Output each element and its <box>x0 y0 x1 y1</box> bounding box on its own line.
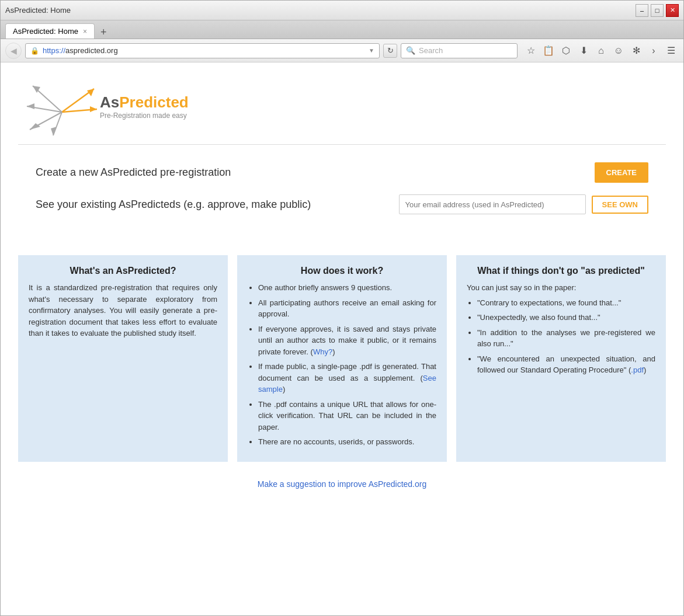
tab-label: AsPredicted: Home <box>13 27 78 36</box>
nav-bar: ◀ 🔒 https://aspredicted.org ▼ ↻ 🔍 Search… <box>1 39 683 62</box>
tab-close-icon[interactable]: × <box>83 27 87 36</box>
url-prefix: https:// <box>43 46 65 55</box>
info-box-whatif: What if things don't go "as predicted" Y… <box>456 255 666 462</box>
create-button[interactable]: CREATE <box>595 162 648 183</box>
back-button[interactable]: ◀ <box>5 43 22 59</box>
whatif-intro: You can just say so in the paper: <box>467 282 655 294</box>
how-item-5: The .pdf contains a unique URL that allo… <box>258 399 436 433</box>
tab-bar: AsPredicted: Home × + <box>1 20 683 39</box>
more-icon[interactable]: › <box>646 43 661 58</box>
email-row: SEE OWN <box>399 194 648 214</box>
how-item-4: If made public, a single-page .pdf is ge… <box>258 361 436 395</box>
active-tab[interactable]: AsPredicted: Home × <box>5 23 95 39</box>
bookmark-icon[interactable]: ☆ <box>523 43 539 58</box>
pdf-link[interactable]: .pdf <box>631 366 644 374</box>
download-icon[interactable]: ⬇ <box>576 43 591 58</box>
logo-arrows-svg <box>18 74 100 138</box>
whats-body: It is a standardized pre-registration th… <box>29 282 217 339</box>
url-domain: aspredicted.org <box>65 46 118 55</box>
svg-marker-3 <box>90 106 97 112</box>
see-own-label: See your existing AsPredicteds (e.g. app… <box>36 199 311 211</box>
create-label: Create a new AsPredicted pre-registratio… <box>36 166 231 179</box>
main-actions: Create a new AsPredicted pre-registratio… <box>1 145 683 243</box>
footer: Make a suggestion to improve AsPredicted… <box>1 468 683 500</box>
new-tab-button[interactable]: + <box>97 26 110 39</box>
tab-title-text: AsPredicted: Home <box>5 6 71 15</box>
whatif-body: You can just say so in the paper: "Contr… <box>467 282 655 376</box>
page-content: AsPredicted Pre-Registration made easy C… <box>1 62 683 615</box>
whatif-item-3: "In addition to the analyses we pre-regi… <box>477 327 655 350</box>
maximize-button[interactable]: □ <box>651 4 664 17</box>
site-header: AsPredicted Pre-Registration made easy <box>1 62 683 144</box>
url-dropdown-icon[interactable]: ▼ <box>369 47 374 54</box>
whatif-item-2: "Unexpectedly, we also found that..." <box>477 312 655 323</box>
reload-button[interactable]: ↻ <box>383 44 397 58</box>
how-item-2: All participating authors receive an ema… <box>258 297 436 320</box>
close-button[interactable]: ✕ <box>666 4 679 17</box>
how-item-3: If everyone approves, it is saved and st… <box>258 323 436 358</box>
logo-area: AsPredicted Pre-Registration made easy <box>18 74 666 138</box>
logo-name: AsPredicted <box>100 93 189 112</box>
clipboard-icon[interactable]: 📋 <box>541 43 556 58</box>
pocket-icon[interactable]: ⬡ <box>558 43 574 58</box>
logo-name-gray: As <box>100 93 119 111</box>
how-list: One author briefly answers 9 questions. … <box>248 282 436 448</box>
why-link[interactable]: Why? <box>313 347 332 356</box>
whats-title: What's an AsPredicted? <box>29 266 217 276</box>
logo-text-area: AsPredicted Pre-Registration made easy <box>100 93 189 120</box>
how-item-1: One author briefly answers 9 questions. <box>258 282 436 294</box>
info-box-how: How does it work? One author briefly ans… <box>237 255 447 462</box>
search-bar[interactable]: 🔍 Search <box>401 43 518 58</box>
logo-name-orange: Predicted <box>119 93 189 111</box>
how-body: One author briefly answers 9 questions. … <box>248 282 436 448</box>
search-placeholder: Search <box>419 46 443 55</box>
whats-text: It is a standardized pre-registration th… <box>29 283 217 337</box>
whatif-item-4: "We encountered an unexpected situation,… <box>477 353 655 376</box>
see-own-button[interactable]: SEE OWN <box>592 196 648 214</box>
emoji-icon[interactable]: ☺ <box>611 43 626 58</box>
menu-button[interactable]: ☰ <box>664 43 679 58</box>
svg-marker-7 <box>27 103 34 109</box>
home-icon[interactable]: ⌂ <box>593 43 609 58</box>
how-item-6: There are no accounts, userids, or passw… <box>258 436 436 448</box>
info-box-whats: What's an AsPredicted? It is a standardi… <box>18 255 228 462</box>
whatif-item-1: "Contrary to expectations, we found that… <box>477 297 655 309</box>
lock-icon: 🔒 <box>30 47 39 55</box>
browser-icons: ☆ 📋 ⬡ ⬇ ⌂ ☺ ✻ › ☰ <box>523 43 679 58</box>
whatif-list: "Contrary to expectations, we found that… <box>467 297 655 376</box>
email-input[interactable] <box>399 194 586 214</box>
footer-link[interactable]: Make a suggestion to improve AsPredicted… <box>258 479 427 489</box>
see-sample-link[interactable]: See sample <box>258 374 436 394</box>
minimize-button[interactable]: – <box>636 4 648 17</box>
info-boxes: What's an AsPredicted? It is a standardi… <box>1 243 683 468</box>
search-icon: 🔍 <box>406 46 415 55</box>
url-text: https://aspredicted.org <box>43 46 365 55</box>
extension-icon[interactable]: ✻ <box>629 43 644 58</box>
how-title: How does it work? <box>248 266 436 276</box>
logo-tagline: Pre-Registration made easy <box>100 112 189 120</box>
title-bar: AsPredicted: Home – □ ✕ <box>1 1 683 20</box>
whatif-title: What if things don't go "as predicted" <box>467 266 655 276</box>
create-row: Create a new AsPredicted pre-registratio… <box>36 162 648 183</box>
see-own-row: See your existing AsPredicteds (e.g. app… <box>36 194 648 214</box>
browser-window: AsPredicted: Home – □ ✕ AsPredicted: Hom… <box>0 0 684 616</box>
window-controls: – □ ✕ <box>636 4 679 17</box>
url-bar[interactable]: 🔒 https://aspredicted.org ▼ <box>25 43 380 58</box>
